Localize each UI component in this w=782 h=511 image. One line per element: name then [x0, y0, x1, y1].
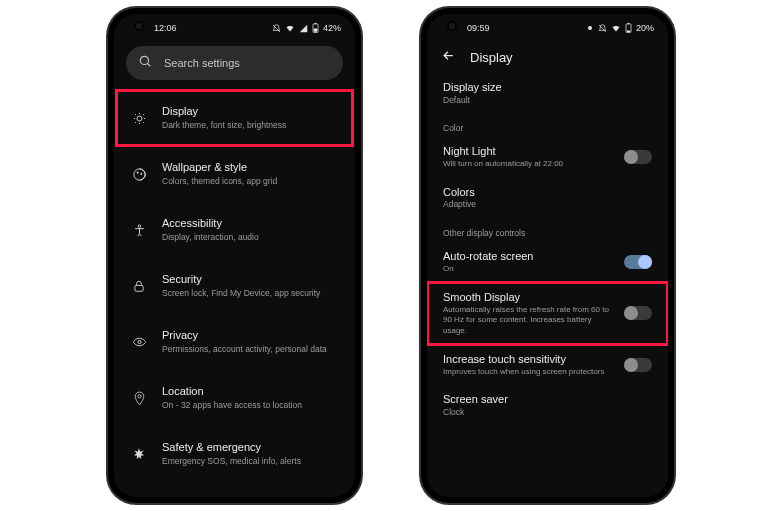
row-sub: Clock — [443, 407, 652, 418]
smooth-display-toggle[interactable] — [624, 306, 652, 320]
settings-item-safety[interactable]: Safety & emergency Emergency SOS, medica… — [116, 426, 353, 482]
settings-item-security[interactable]: Security Screen lock, Find My Device, ap… — [116, 258, 353, 314]
display-icon — [130, 111, 148, 126]
status-bar: 09:59 20% — [427, 14, 668, 40]
phone-left: 12:06 42% — [108, 8, 361, 503]
item-title: Location — [162, 385, 339, 399]
settings-item-passwords[interactable]: Passwords & accounts Saved passwords, au… — [116, 482, 353, 497]
page-title: Display — [470, 50, 513, 65]
svg-point-4 — [137, 116, 142, 121]
svg-rect-15 — [627, 23, 629, 24]
item-sub: Screen lock, Find My Device, app securit… — [162, 288, 339, 299]
item-sub: Display, interaction, audio — [162, 232, 339, 243]
location-icon — [130, 391, 148, 406]
item-title: Security — [162, 273, 339, 287]
search-settings-bar[interactable] — [126, 46, 343, 80]
item-title: Safety & emergency — [162, 441, 339, 455]
svg-point-8 — [138, 224, 141, 227]
settings-item-accessibility[interactable]: Accessibility Display, interaction, audi… — [116, 202, 353, 258]
svg-point-13 — [588, 26, 592, 30]
section-other: Other display controls — [427, 218, 668, 242]
display-size-row[interactable]: Display size Default — [427, 73, 668, 113]
item-title: Wallpaper & style — [162, 161, 339, 175]
dnd-icon — [272, 24, 281, 33]
row-sub: Will turn on automatically at 22:00 — [443, 159, 614, 169]
item-title: Display — [162, 105, 339, 119]
battery-percent: 20% — [636, 23, 654, 33]
auto-rotate-toggle[interactable] — [624, 255, 652, 269]
row-sub: Adaptive — [443, 199, 652, 210]
row-sub: Improves touch when using screen protect… — [443, 367, 614, 377]
emergency-icon — [130, 447, 148, 461]
settings-item-location[interactable]: Location On - 32 apps have access to loc… — [116, 370, 353, 426]
auto-rotate-row[interactable]: Auto-rotate screen On — [427, 242, 668, 282]
row-title: Display size — [443, 81, 652, 95]
svg-point-10 — [137, 340, 140, 343]
colors-row[interactable]: Colors Adaptive — [427, 178, 668, 218]
battery-icon — [625, 23, 632, 33]
svg-rect-16 — [627, 31, 631, 33]
lock-icon — [130, 279, 148, 293]
night-light-row[interactable]: Night Light Will turn on automatically a… — [427, 137, 668, 177]
row-sub: On — [443, 264, 614, 274]
touch-sensitivity-toggle[interactable] — [624, 358, 652, 372]
status-bar: 12:06 42% — [114, 14, 355, 40]
search-input[interactable] — [162, 56, 331, 70]
wallpaper-icon — [130, 167, 148, 182]
item-sub: Emergency SOS, medical info, alerts — [162, 456, 339, 467]
settings-item-privacy[interactable]: Privacy Permissions, account activity, p… — [116, 314, 353, 370]
svg-point-7 — [140, 173, 141, 174]
svg-point-6 — [137, 172, 138, 173]
row-title: Auto-rotate screen — [443, 250, 614, 264]
wifi-icon — [611, 24, 621, 33]
signal-icon — [299, 24, 308, 33]
back-button[interactable] — [441, 48, 456, 67]
search-icon — [138, 54, 152, 72]
svg-rect-2 — [314, 29, 318, 32]
camera-dot-icon — [586, 24, 594, 32]
row-sub: Automatically raises the refresh rate fr… — [443, 305, 614, 336]
item-sub: On - 32 apps have access to location — [162, 400, 339, 411]
item-title: Accessibility — [162, 217, 339, 231]
svg-point-11 — [137, 394, 140, 397]
svg-rect-9 — [135, 285, 143, 291]
wifi-icon — [285, 24, 295, 33]
touch-sensitivity-row[interactable]: Increase touch sensitivity Improves touc… — [427, 345, 668, 385]
section-color: Color — [427, 113, 668, 137]
settings-item-display[interactable]: Display Dark theme, font size, brightnes… — [116, 90, 353, 146]
night-light-toggle[interactable] — [624, 150, 652, 164]
screen-saver-row[interactable]: Screen saver Clock — [427, 385, 668, 425]
svg-rect-1 — [314, 23, 316, 24]
phone-right: 09:59 20% Display — [421, 8, 674, 503]
item-sub: Dark theme, font size, brightness — [162, 120, 339, 131]
svg-point-3 — [140, 56, 148, 64]
row-title: Screen saver — [443, 393, 652, 407]
page-header: Display — [427, 40, 668, 73]
dnd-icon — [598, 24, 607, 33]
item-sub: Permissions, account activity, personal … — [162, 344, 339, 355]
item-title: Privacy — [162, 329, 339, 343]
status-time: 09:59 — [467, 23, 490, 33]
battery-percent: 42% — [323, 23, 341, 33]
privacy-icon — [130, 336, 148, 348]
row-sub: Default — [443, 95, 652, 106]
row-title: Smooth Display — [443, 291, 614, 305]
accessibility-icon — [130, 223, 148, 238]
status-time: 12:06 — [154, 23, 177, 33]
battery-icon — [312, 23, 319, 33]
item-sub: Colors, themed icons, app grid — [162, 176, 339, 187]
smooth-display-row[interactable]: Smooth Display Automatically raises the … — [427, 282, 668, 345]
row-title: Colors — [443, 186, 652, 200]
row-title: Increase touch sensitivity — [443, 353, 614, 367]
row-title: Night Light — [443, 145, 614, 159]
settings-item-wallpaper[interactable]: Wallpaper & style Colors, themed icons, … — [116, 146, 353, 202]
